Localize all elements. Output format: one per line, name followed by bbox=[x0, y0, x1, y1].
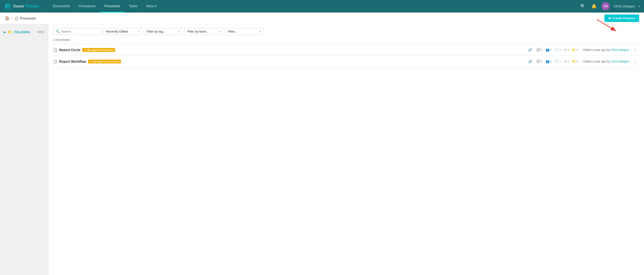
warning-icon: ⚠ bbox=[90, 60, 92, 63]
process-doc-icon: 📋 bbox=[53, 60, 57, 63]
main-layout: ▶ 📁 FOLDERS VIEW bbox=[0, 24, 644, 275]
search-icon-button[interactable]: 🔍 bbox=[579, 3, 586, 10]
logo-sweet: Sweet bbox=[13, 4, 24, 8]
process-name[interactable]: Report Workflow bbox=[59, 60, 86, 63]
process-edited-text: Edited a year ago by Chris Odogwu bbox=[584, 60, 629, 63]
user-name[interactable]: Chris Odogwu bbox=[614, 4, 635, 8]
logo-process: Process bbox=[25, 4, 39, 8]
folder-meta-icon: 📁 bbox=[572, 48, 576, 52]
table-row: 📋 Report Workflow ⚠ No approved version … bbox=[53, 56, 639, 67]
nav-tasks[interactable]: Tasks bbox=[124, 0, 142, 12]
sidebar-item-folders[interactable]: ▶ 📁 FOLDERS VIEW bbox=[0, 28, 48, 36]
recently-edited-chevron-icon: ▾ bbox=[138, 30, 139, 33]
upload-icon: ⬆ bbox=[564, 48, 566, 52]
folders-label: FOLDERS bbox=[14, 30, 35, 34]
top-navigation: SweetProcess Documents Procedures Proces… bbox=[0, 0, 644, 12]
nav-more[interactable]: More ▾ bbox=[142, 0, 161, 12]
process-edited-text: Edited a year ago by Chris Odogwu bbox=[584, 48, 629, 52]
folder-meta-icon: 📁 bbox=[572, 60, 576, 63]
recently-edited-dropdown[interactable]: Recently Edited ▾ bbox=[103, 28, 142, 35]
doc-icon: 📄 bbox=[555, 60, 558, 63]
content-area: 🔍 Recently Edited ▾ Filter by tag... ▾ F… bbox=[48, 24, 644, 275]
filter-by-team-dropdown[interactable]: Filter by team... ▾ bbox=[184, 28, 223, 35]
filter-row-wrapper: 🔍 Recently Edited ▾ Filter by tag... ▾ F… bbox=[53, 28, 639, 35]
processes-breadcrumb-icon: 📋 bbox=[14, 16, 18, 20]
filter-bar: 🔍 Recently Edited ▾ Filter by tag... ▾ F… bbox=[53, 28, 639, 35]
view-label[interactable]: VIEW bbox=[37, 30, 44, 34]
user-avatar[interactable]: CO bbox=[602, 2, 610, 10]
search-input[interactable] bbox=[61, 30, 99, 33]
svg-point-1 bbox=[6, 6, 7, 7]
folders-chevron-icon: ▶ bbox=[4, 31, 6, 34]
comments-meta: 💬 0 bbox=[536, 48, 543, 52]
folders-meta: 📁 0 bbox=[572, 60, 578, 63]
status-badge: ⚠ No approved version bbox=[88, 60, 121, 63]
nav-links: Documents Procedures Processes Tasks Mor… bbox=[48, 0, 579, 12]
process-name[interactable]: Report Circle bbox=[59, 48, 80, 52]
docs-meta: 📄 0 bbox=[555, 48, 561, 52]
process-editor-link[interactable]: Chris Odogwu bbox=[611, 48, 629, 52]
create-process-button[interactable]: ⊕ Create Process bbox=[604, 14, 639, 22]
filter-dropdown[interactable]: Filter... ▾ bbox=[225, 28, 264, 35]
comment-icon: 💬 bbox=[536, 48, 540, 52]
comment-icon: 💬 bbox=[536, 60, 540, 63]
breadcrumb-current-page: Processes bbox=[20, 16, 36, 20]
breadcrumb: 🏠 > 📋 Processes bbox=[5, 16, 604, 20]
filter-team-chevron-icon: ▾ bbox=[219, 30, 220, 33]
logo-icon bbox=[4, 2, 12, 10]
more-options-button[interactable]: ⋮ bbox=[632, 58, 639, 65]
logo[interactable]: SweetProcess bbox=[4, 2, 42, 10]
comments-meta: 💬 0 bbox=[536, 60, 543, 63]
user-chevron-down-icon: ▾ bbox=[639, 5, 640, 8]
filter-tag-chevron-icon: ▾ bbox=[178, 30, 180, 33]
table-row: 📋 Report Circle ⚠ No approved version 🔗 … bbox=[53, 44, 639, 56]
users-icon: 👥 bbox=[546, 48, 550, 52]
docs-meta: 📄 1 bbox=[555, 60, 561, 63]
sidebar: ▶ 📁 FOLDERS VIEW bbox=[0, 24, 48, 275]
process-list: 📋 Report Circle ⚠ No approved version 🔗 … bbox=[53, 44, 639, 67]
process-editor-link[interactable]: Chris Odogwu bbox=[611, 60, 629, 63]
users-icon: 👥 bbox=[546, 60, 550, 63]
link-icon[interactable]: 🔗 bbox=[528, 60, 532, 63]
process-meta: 💬 0 👥 0 📄 0 ⬆ 0 bbox=[536, 48, 578, 52]
doc-icon: 📄 bbox=[555, 48, 558, 52]
nav-documents[interactable]: Documents bbox=[48, 0, 74, 12]
breadcrumb-separator: > bbox=[11, 16, 13, 20]
svg-point-0 bbox=[4, 3, 11, 10]
users-meta: 👥 0 bbox=[546, 48, 552, 52]
uploads-meta: ⬆ 0 bbox=[564, 48, 569, 52]
filter-chevron-icon: ▾ bbox=[260, 30, 261, 33]
notification-icon-button[interactable]: 🔔 bbox=[590, 3, 598, 10]
folders-meta: 📁 0 bbox=[572, 48, 578, 52]
uploads-meta: ⬆ 0 bbox=[564, 60, 569, 63]
more-options-button[interactable]: ⋮ bbox=[632, 46, 639, 53]
users-meta: 👥 0 bbox=[546, 60, 552, 63]
process-meta: 💬 0 👥 0 📄 1 ⬆ 0 bbox=[536, 60, 578, 63]
status-badge: ⚠ No approved version bbox=[82, 48, 115, 52]
nav-procedures[interactable]: Procedures bbox=[74, 0, 100, 12]
process-item-left: 📋 Report Workflow ⚠ No approved version bbox=[53, 60, 526, 63]
plus-icon: ⊕ bbox=[608, 16, 611, 20]
process-doc-icon: 📋 bbox=[53, 48, 57, 52]
nav-processes[interactable]: Processes bbox=[100, 0, 124, 12]
link-icon[interactable]: 🔗 bbox=[528, 48, 532, 52]
process-item-left: 📋 Report Circle ⚠ No approved version bbox=[53, 48, 526, 52]
warning-icon: ⚠ bbox=[84, 48, 86, 51]
search-box[interactable]: 🔍 bbox=[53, 28, 102, 35]
filter-by-tag-dropdown[interactable]: Filter by tag... ▾ bbox=[144, 28, 182, 35]
nav-right: 🔍 🔔 CO Chris Odogwu ▾ bbox=[579, 2, 640, 10]
chevron-down-icon: ▾ bbox=[155, 4, 156, 8]
process-count: 2 processes bbox=[53, 38, 639, 41]
upload-icon: ⬆ bbox=[564, 60, 566, 63]
search-icon: 🔍 bbox=[56, 30, 60, 33]
home-icon[interactable]: 🏠 bbox=[5, 16, 10, 20]
breadcrumb-bar: 🏠 > 📋 Processes ⊕ Create Process bbox=[0, 12, 644, 24]
folder-icon: 📁 bbox=[8, 30, 12, 34]
